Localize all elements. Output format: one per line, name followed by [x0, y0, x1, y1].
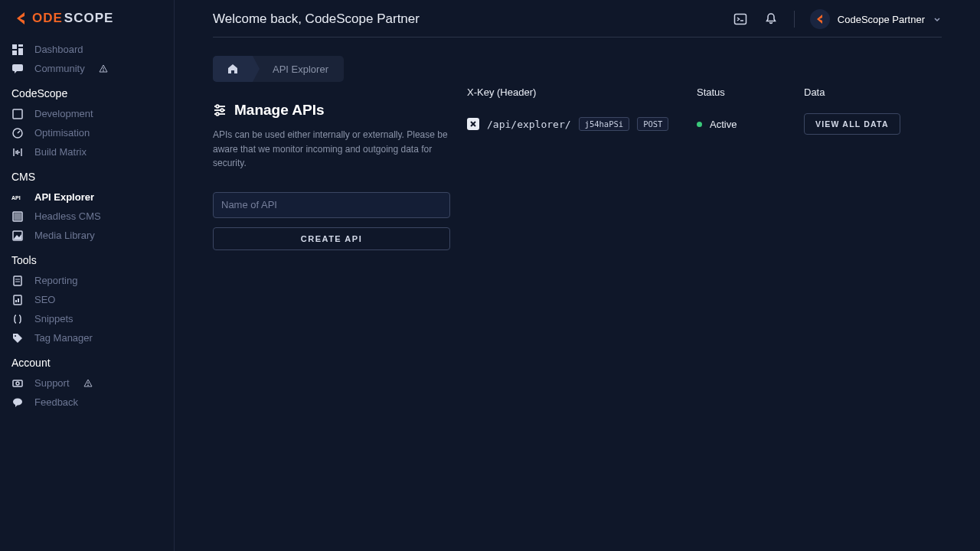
sidebar-item-feedback[interactable]: Feedback: [0, 393, 174, 412]
dev-icon: [11, 109, 24, 119]
sidebar-item-development[interactable]: Development: [0, 104, 174, 123]
api-name-input[interactable]: [213, 192, 450, 218]
brand-logo[interactable]: ODESCOPE: [0, 0, 174, 40]
api-xkey-tag: j54haPSi: [579, 117, 630, 131]
sidebar-item-label: Media Library: [34, 230, 95, 241]
svg-point-24: [15, 335, 16, 337]
sidebar: ODESCOPE Dashboard Community CodeScope D…: [0, 0, 175, 551]
svg-point-39: [216, 112, 219, 116]
sidebar-section-tools: Tools: [0, 245, 174, 271]
svg-marker-0: [17, 12, 24, 24]
separator: [794, 11, 795, 28]
svg-text:API: API: [11, 195, 21, 201]
svg-rect-10: [13, 109, 22, 119]
sidebar-item-label: API Explorer: [34, 191, 94, 203]
page-description: APIs can be used either internally or ex…: [213, 128, 450, 171]
view-data-button[interactable]: VIEW ALL DATA: [804, 113, 900, 135]
status-label: Active: [710, 119, 737, 130]
main: Welcome back, CodeScope Partner CodeScop…: [175, 0, 980, 551]
svg-point-26: [16, 382, 19, 385]
sidebar-item-label: Support: [34, 377, 70, 389]
svg-rect-4: [12, 51, 17, 55]
svg-line-12: [18, 131, 20, 133]
chat-icon: [11, 64, 24, 74]
svg-point-29: [87, 385, 88, 386]
sidebar-item-apiexplorer[interactable]: API API Explorer: [0, 187, 174, 207]
topbar: Welcome back, CodeScope Partner CodeScop…: [175, 0, 980, 37]
sidebar-item-medialibrary[interactable]: Media Library: [0, 226, 174, 245]
sidebar-item-community[interactable]: Community: [0, 59, 174, 78]
warning-icon: [83, 379, 93, 388]
svg-rect-1: [12, 44, 17, 49]
sidebar-item-support[interactable]: Support: [0, 373, 174, 393]
avatar-icon: [810, 9, 830, 29]
svg-rect-32: [734, 15, 746, 24]
sidebar-section-account: Account: [0, 347, 174, 373]
sidebar-item-optimisation[interactable]: Optimisation: [0, 123, 174, 142]
table-row: /api/explorer/ j54haPSi POST Active VIEW…: [467, 113, 942, 135]
seo-icon: [11, 295, 24, 305]
brand-text-2: SCOPE: [64, 11, 114, 26]
api-path: /api/explorer/: [487, 119, 571, 130]
sidebar-item-label: Headless CMS: [34, 210, 101, 222]
sidebar-item-headlesscms[interactable]: Headless CMS: [0, 207, 174, 226]
sidebar-item-label: Tag Manager: [34, 332, 93, 344]
matrix-icon: [11, 147, 24, 158]
api-method-tag: POST: [637, 117, 668, 131]
delete-api-button[interactable]: [467, 118, 479, 130]
sliders-icon: [213, 103, 227, 117]
snippet-icon: [11, 314, 24, 324]
col-header-key: X-Key (Header): [467, 86, 697, 98]
sidebar-item-label: Development: [34, 108, 93, 119]
manage-panel: Manage APIs APIs can be used either inte…: [213, 82, 450, 250]
create-api-button[interactable]: CREATE API: [213, 227, 450, 250]
user-menu[interactable]: CodeScope Partner: [810, 9, 942, 29]
svg-marker-6: [15, 70, 18, 73]
api-icon: API: [11, 194, 24, 201]
feedback-icon: [11, 397, 24, 408]
svg-marker-31: [15, 404, 18, 407]
sidebar-nav: Dashboard Community CodeScope Developmen…: [0, 40, 174, 419]
svg-point-38: [220, 109, 224, 112]
media-icon: [11, 230, 24, 241]
sidebar-item-reporting[interactable]: Reporting: [0, 271, 174, 290]
sidebar-item-label: Dashboard: [34, 44, 83, 55]
sidebar-item-label: Optimisation: [34, 127, 90, 139]
svg-rect-5: [12, 64, 23, 71]
sidebar-item-snippets[interactable]: Snippets: [0, 309, 174, 328]
table-header: X-Key (Header) Status Data: [467, 82, 942, 113]
greeting-text: Welcome back, CodeScope Partner: [213, 11, 420, 27]
sidebar-item-dashboard[interactable]: Dashboard: [0, 40, 174, 59]
svg-rect-22: [15, 300, 17, 302]
svg-point-9: [103, 70, 103, 71]
svg-rect-15: [15, 214, 21, 220]
sidebar-item-buildmatrix[interactable]: Build Matrix: [0, 142, 174, 161]
sidebar-item-label: Feedback: [34, 396, 78, 408]
sidebar-item-label: Snippets: [34, 313, 74, 324]
svg-rect-18: [14, 276, 21, 285]
content: API Explorer Manage APIs APIs can be use…: [175, 37, 980, 269]
sidebar-item-label: SEO: [34, 294, 55, 305]
col-header-status: Status: [697, 86, 804, 98]
chevron-down-icon: [933, 15, 942, 24]
sidebar-item-label: Reporting: [34, 275, 77, 286]
page-title: Manage APIs: [234, 102, 325, 119]
sidebar-item-label: Community: [34, 63, 85, 74]
svg-point-37: [216, 105, 219, 108]
api-table: X-Key (Header) Status Data /api/explorer…: [467, 82, 942, 135]
api-status: Active: [697, 119, 804, 130]
warning-icon: [99, 64, 108, 73]
breadcrumb-home[interactable]: [213, 56, 253, 82]
sidebar-item-seo[interactable]: SEO: [0, 290, 174, 309]
svg-marker-17: [14, 234, 21, 240]
bell-icon[interactable]: [763, 11, 779, 27]
sidebar-section-codescope: CodeScope: [0, 78, 174, 104]
status-dot-icon: [697, 122, 702, 127]
user-name: CodeScope Partner: [838, 14, 925, 25]
svg-marker-33: [817, 15, 822, 24]
sidebar-item-tagmanager[interactable]: Tag Manager: [0, 328, 174, 347]
brand-text-1: ODE: [32, 11, 63, 26]
svg-rect-25: [13, 380, 22, 386]
terminal-icon[interactable]: [733, 11, 748, 27]
svg-rect-23: [18, 298, 19, 302]
